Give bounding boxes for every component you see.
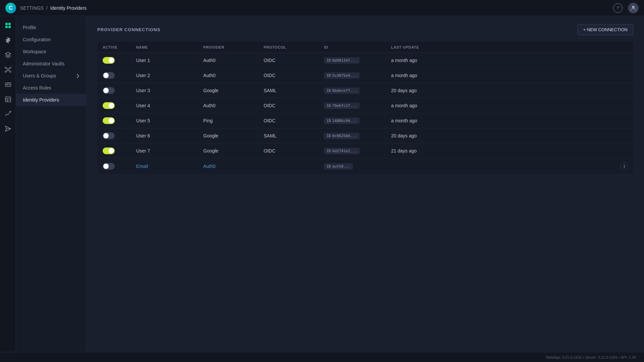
logo-icon[interactable]: C <box>5 3 16 13</box>
svg-rect-4 <box>8 26 11 28</box>
id-user7: ID6d2741e2... <box>324 148 391 154</box>
protocol-user1: OIDC <box>264 58 324 63</box>
name-user2: User 2 <box>136 73 203 78</box>
svg-point-8 <box>5 71 6 72</box>
section-title: PROVIDER CONNECTIONS <box>97 27 160 32</box>
svg-point-7 <box>10 67 11 68</box>
provider-user4: Auth0 <box>203 103 264 108</box>
content-header: PROVIDER CONNECTIONS + NEW CONNECTION <box>97 24 633 35</box>
protocol-user7: OIDC <box>264 148 324 154</box>
name-email[interactable]: Email <box>136 164 203 169</box>
id-user2: ID5c4075e9... <box>324 72 391 79</box>
footer: WebApp: 3.21.0-1531 • Server: 3.21.0-130… <box>0 352 644 362</box>
sidebar-icon-send[interactable] <box>1 122 15 135</box>
actions-email: ℹ <box>614 163 628 170</box>
table-row: User 7 Google OIDC ID6d2741e2... 21 days… <box>97 143 633 159</box>
topbar-right: ? <box>613 3 639 13</box>
table-header: ACTIVE NAME PROVIDER PROTOCOL ID LAST UP… <box>97 42 633 53</box>
svg-point-15 <box>6 84 8 85</box>
breadcrumb-settings[interactable]: SETTINGS <box>20 5 44 11</box>
name-user3: User 3 <box>136 88 203 93</box>
active-toggle-user5[interactable] <box>103 117 136 124</box>
active-toggle-user7[interactable] <box>103 147 136 154</box>
id-email: IDauth0... <box>324 163 391 170</box>
active-toggle-user3[interactable] <box>103 87 136 94</box>
active-toggle-user6[interactable] <box>103 132 136 139</box>
name-user4: User 4 <box>136 103 203 108</box>
provider-connections-table: ACTIVE NAME PROVIDER PROTOCOL ID LAST UP… <box>97 42 633 174</box>
col-header-id: ID <box>324 45 391 49</box>
sidebar-icon-table[interactable] <box>1 93 15 106</box>
id-user5: ID14006c94... <box>324 118 391 124</box>
col-header-name: NAME <box>136 45 203 49</box>
table-row: Email Auth0 IDauth0... ℹ <box>97 159 633 174</box>
svg-point-9 <box>10 71 11 72</box>
sidebar-icon-home[interactable] <box>1 19 15 32</box>
active-toggle-email[interactable] <box>103 163 136 170</box>
sidebar-icon-settings[interactable] <box>1 34 15 47</box>
sidebar-item-identity-providers[interactable]: Identity Providers <box>16 94 86 106</box>
id-user1: ID0d981347... <box>324 57 391 64</box>
table-row: User 6 Google SAML ID8c06250d... 20 days… <box>97 128 633 143</box>
breadcrumb: SETTINGS / Identity Providers <box>20 5 87 11</box>
new-connection-button[interactable]: + NEW CONNECTION <box>577 24 633 35</box>
svg-line-11 <box>9 68 10 69</box>
icon-sidebar <box>0 16 16 352</box>
sidebar-icon-chart[interactable] <box>1 107 15 121</box>
id-user3: ID6bebcef7... <box>324 87 391 94</box>
protocol-user4: OIDC <box>264 103 324 108</box>
col-header-active: ACTIVE <box>103 45 136 49</box>
provider-user2: Auth0 <box>203 73 264 78</box>
sidebar-item-administrator-vaults[interactable]: Administrator Vaults <box>16 58 86 70</box>
sidebar-item-workspace[interactable]: Workspace <box>16 46 86 58</box>
sidebar-item-users-groups[interactable]: Users & Groups ❯ <box>16 70 86 82</box>
breadcrumb-current: Identity Providers <box>50 5 87 11</box>
svg-rect-18 <box>5 97 11 102</box>
sidebar-item-access-rules[interactable]: Access Rules <box>16 82 86 94</box>
last-update-user1: a month ago <box>391 58 614 63</box>
provider-user5: Ping <box>203 118 264 123</box>
name-user1: User 1 <box>136 58 203 63</box>
protocol-user6: SAML <box>264 133 324 138</box>
id-user6: ID8c06250d... <box>324 133 391 139</box>
active-toggle-user1[interactable] <box>103 57 136 64</box>
svg-line-13 <box>9 70 10 71</box>
svg-point-0 <box>632 6 635 8</box>
table-row: User 3 Google SAML ID6bebcef7... 20 days… <box>97 83 633 98</box>
active-toggle-user2[interactable] <box>103 72 136 79</box>
last-update-user3: 20 days ago <box>391 88 614 93</box>
col-header-actions <box>614 45 628 49</box>
table-row: User 1 Auth0 OIDC ID0d981347... a month … <box>97 53 633 68</box>
nav-sidebar: Profile Configuration Workspace Administ… <box>16 16 87 352</box>
breadcrumb-separator: / <box>46 5 48 11</box>
table-row: User 2 Auth0 OIDC ID5c4075e9... a month … <box>97 68 633 83</box>
active-toggle-user4[interactable] <box>103 102 136 109</box>
sidebar-icon-id[interactable] <box>1 78 15 91</box>
provider-user1: Auth0 <box>203 58 264 63</box>
svg-rect-3 <box>5 26 8 28</box>
info-icon[interactable]: ℹ <box>621 163 628 170</box>
name-user6: User 6 <box>136 133 203 138</box>
protocol-user3: SAML <box>264 88 324 93</box>
col-header-protocol: PROTOCOL <box>264 45 324 49</box>
name-user5: User 5 <box>136 118 203 123</box>
name-user7: User 7 <box>136 148 203 154</box>
last-update-user2: a month ago <box>391 73 614 78</box>
provider-user7: Google <box>203 148 264 154</box>
topbar: C SETTINGS / Identity Providers ? <box>0 0 644 16</box>
sidebar-item-profile[interactable]: Profile <box>16 21 86 34</box>
sidebar-item-configuration[interactable]: Configuration <box>16 34 86 46</box>
svg-point-6 <box>5 67 6 68</box>
col-header-provider: PROVIDER <box>203 45 264 49</box>
svg-rect-1 <box>5 23 8 25</box>
provider-email[interactable]: Auth0 <box>203 164 264 169</box>
last-update-user5: a month ago <box>391 118 614 123</box>
avatar[interactable] <box>628 3 639 13</box>
last-update-user6: 20 days ago <box>391 133 614 138</box>
sidebar-icon-layers[interactable] <box>1 48 15 62</box>
protocol-user2: OIDC <box>264 73 324 78</box>
sidebar-icon-nodes[interactable] <box>1 63 15 76</box>
help-button[interactable]: ? <box>613 3 623 13</box>
footer-version: WebApp: 3.21.0-1531 • Server: 3.21.0-130… <box>546 355 636 359</box>
last-update-user7: 21 days ago <box>391 148 614 154</box>
